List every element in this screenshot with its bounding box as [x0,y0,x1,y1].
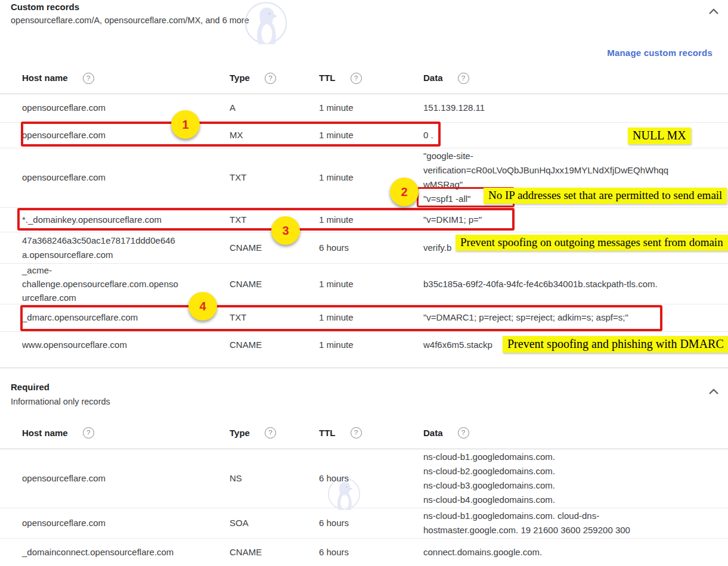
help-icon[interactable]: ? [458,73,469,84]
help-icon[interactable]: ? [265,73,276,84]
annotation-marker-4: 4 [188,292,217,321]
host-name: opensourceflare.com [22,471,222,486]
column-header-ttl: TTL ? [319,71,417,85]
help-icon[interactable]: ? [351,73,362,84]
annotation-callout-dmarc: Prevent spoofing and phishing with DMARC [503,336,728,353]
annotation-marker-1: 1 [171,110,200,139]
host-name: _domainconnect.opensourceflare.com [22,545,222,559]
record-data: ns-cloud-b2.googledomains.com. [423,464,724,478]
record-data: ns-cloud-b3.googledomains.com. [423,478,724,493]
record-ttl: 1 minute [319,338,417,352]
manage-custom-records-link[interactable]: Manage custom records [607,48,712,58]
record-type: CNAME [230,241,313,255]
record-type: NS [230,471,313,486]
column-header-type: Type ? [230,71,313,85]
table-header-row: Host name ? Type ? TTL ? Data ? [0,417,728,449]
help-icon[interactable]: ? [458,427,469,439]
record-type: CNAME [230,338,313,352]
table-row: opensourceflare.com NS 6 hours ns-cloud-… [0,449,728,508]
record-ttl: 1 minute [319,128,417,142]
record-ttl: 1 minute [319,310,417,325]
section-subtitle-custom-records: opensourceflare.com/A, opensourceflare.c… [11,15,249,25]
table-row: _dmarc.opensourceflare.com TXT 1 minute … [0,304,728,332]
column-label: TTL [319,426,336,440]
record-type: A [230,101,313,115]
column-label: Host name [22,426,68,440]
section-title-custom-records: Custom records [11,2,79,12]
help-icon[interactable]: ? [351,427,362,439]
column-label: Host name [22,71,68,85]
host-name: a.opensourceflare.com [22,248,222,262]
record-data: ns-cloud-b1.googledomains.com. cloud-dns… [423,509,724,523]
table-row: _acme- challenge.opensourceflare.com.ope… [0,263,728,304]
record-type: CNAME [230,545,313,559]
annotation-marker-3: 3 [271,216,300,245]
help-icon[interactable]: ? [83,427,94,439]
record-ttl: 1 minute [319,277,417,291]
table-row: _domainconnect.opensourceflare.com CNAME… [0,538,728,566]
host-name: _acme- [22,263,222,277]
column-label: Data [423,426,443,440]
record-ttl: 6 hours [319,241,417,255]
annotation-callout-null-mx: NULL MX [628,127,691,144]
section-title-required: Required [11,382,49,392]
annotation-callout-dkim: Prevent spoofing on outgoing messages se… [456,235,728,251]
collapse-chevron-up-icon[interactable] [707,5,721,19]
column-header-data: Data ? [423,426,724,440]
table-row: opensourceflare.com A 1 minute 151.139.1… [0,94,728,123]
column-header-ttl: TTL ? [319,426,417,440]
record-type: TXT [230,170,313,185]
column-header-type: Type ? [230,426,313,440]
column-header-data: Data ? [423,71,724,85]
table-row: *._domainkey.opensourceflare.com TXT 1 m… [0,207,728,232]
host-name: challenge.opensourceflare.com.openso [22,277,222,291]
record-type: MX [230,128,313,142]
record-type: CNAME [230,277,313,291]
record-ttl: 1 minute [319,101,417,115]
record-ttl: 6 hours [319,545,417,559]
record-type: TXT [230,310,313,325]
record-data: "v=DKIM1; p=" [423,213,724,227]
record-data: "google-site- [423,149,724,163]
section-subtitle-required: Informational only records [11,397,110,406]
record-ttl: 1 minute [319,213,417,227]
table-header-row: Host name ? Type ? TTL ? Data ? [0,63,728,94]
column-label: Data [423,71,443,85]
record-data: ns-cloud-b1.googledomains.com. [423,450,724,464]
collapse-chevron-up-icon[interactable] [707,385,721,399]
column-label: TTL [319,71,336,85]
table-row: opensourceflare.com MX 1 minute 0 . [0,122,728,148]
table-row: opensourceflare.com SOA 6 hours ns-cloud… [0,508,728,539]
record-data: verification=cR0oLVoQbJBunHqJxx19MYLNdXf… [423,163,724,178]
annotation-marker-2: 2 [390,178,419,206]
record-data: 151.139.128.11 [423,101,724,115]
help-icon[interactable]: ? [83,73,94,84]
record-data: hostmaster.google.com. 19 21600 3600 259… [423,523,724,537]
record-type: TXT [230,213,313,227]
record-data: b35c185a-69f2-40fa-94fc-fe4c6b34001b.sta… [423,277,724,291]
host-name: *._domainkey.opensourceflare.com [22,213,222,227]
host-name: opensourceflare.com [22,170,222,185]
host-name: opensourceflare.com [22,516,222,530]
record-type: SOA [230,516,313,530]
host-name: www.opensourceflare.com [22,338,222,352]
penguin-watermark [243,1,289,46]
record-data: "v=DMARC1; p=reject; sp=reject; adkim=s;… [423,310,724,325]
record-ttl: 6 hours [319,516,417,530]
help-icon[interactable]: ? [265,427,276,439]
record-ttl: 6 hours [319,471,417,486]
column-label: Type [230,71,250,85]
column-header-host-name: Host name ? [22,426,222,440]
annotation-callout-spf: No IP addresses set that are permitted t… [484,188,727,204]
host-name: 47a368246a3c50ac1e78171ddd0e646 [22,234,222,248]
column-label: Type [230,426,250,440]
record-data: connect.domains.google.com. [423,545,724,559]
section-divider [0,368,728,368]
column-header-host-name: Host name ? [22,71,222,85]
record-data: ns-cloud-b4.googledomains.com. [423,493,724,507]
